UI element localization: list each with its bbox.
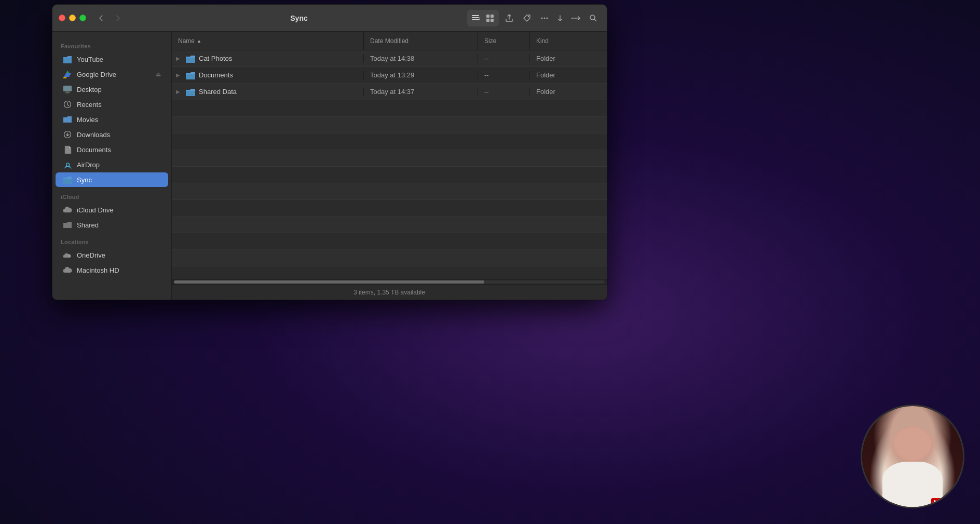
sidebar-item-onedrive[interactable]: OneDrive — [56, 248, 168, 262]
view-toggle — [467, 10, 499, 26]
folder-icon — [185, 55, 196, 63]
svg-point-8 — [541, 17, 543, 19]
tag-button[interactable] — [520, 11, 534, 25]
share-button[interactable] — [502, 11, 516, 25]
finder-window: Sync — [52, 4, 607, 300]
maximize-button[interactable] — [79, 15, 86, 21]
expand-arrow[interactable]: ▶ — [176, 89, 182, 95]
empty-row — [172, 133, 607, 150]
file-date: Today at 13:29 — [364, 71, 478, 79]
sidebar-onedrive-label: OneDrive — [77, 251, 105, 259]
movies-icon — [63, 115, 72, 124]
scrollbar-track[interactable] — [174, 280, 605, 284]
svg-point-7 — [528, 16, 529, 17]
toolbar-right — [467, 10, 601, 26]
recents-icon — [63, 100, 72, 109]
sidebar-item-downloads[interactable]: Downloads — [56, 127, 168, 142]
file-name: Documents — [199, 71, 233, 79]
file-date: Today at 14:37 — [364, 88, 478, 96]
folder-icon — [185, 88, 196, 96]
airdrop-icon — [63, 160, 72, 169]
sidebar-macintosh-hd-label: Macintosh HD — [77, 266, 119, 274]
search-button[interactable] — [586, 11, 601, 25]
file-name: Cat Photos — [199, 55, 232, 62]
sidebar-item-macintosh-hd[interactable]: Macintosh HD — [56, 263, 168, 277]
minimize-button[interactable] — [69, 15, 76, 21]
sort-arrow-button[interactable] — [555, 11, 565, 25]
icloud-drive-icon — [63, 205, 72, 214]
macintosh-hd-icon — [63, 265, 72, 275]
finder-body: Favourites YouTube — [52, 32, 607, 300]
column-header-date[interactable]: Date Modified — [364, 32, 478, 50]
sort-arrow-name: ▲ — [197, 38, 201, 44]
svg-rect-13 — [63, 86, 72, 91]
sidebar: Favourites YouTube — [52, 32, 172, 300]
youtube-badge: ▶ Subscribe — [931, 498, 961, 505]
column-header-kind[interactable]: Kind — [530, 32, 607, 50]
sidebar-item-movies[interactable]: Movies — [56, 112, 168, 127]
sidebar-item-sync[interactable]: Sync — [56, 172, 168, 187]
empty-row — [172, 117, 607, 133]
empty-row — [172, 250, 607, 266]
expand-arrow[interactable]: ▶ — [176, 72, 182, 78]
sidebar-item-recents[interactable]: Recents — [56, 97, 168, 112]
sidebar-desktop-label: Desktop — [77, 86, 102, 93]
sidebar-downloads-label: Downloads — [77, 131, 110, 139]
sidebar-google-drive-label: Google Drive — [77, 71, 116, 78]
file-date: Today at 14:38 — [364, 55, 478, 62]
file-kind: Folder — [530, 71, 607, 79]
file-kind: Folder — [530, 88, 607, 96]
table-row[interactable]: ▶ Cat Photos Today at 14:38 -- Folder — [172, 50, 607, 67]
close-button[interactable] — [59, 15, 65, 21]
expand-button[interactable] — [568, 11, 583, 25]
sidebar-item-desktop[interactable]: Desktop — [56, 82, 168, 97]
sidebar-item-airdrop[interactable]: AirDrop — [56, 157, 168, 172]
svg-point-18 — [66, 163, 69, 166]
table-row[interactable]: ▶ Documents Today at 13:29 -- Folder — [172, 67, 607, 84]
downloads-icon — [63, 130, 72, 139]
file-name: Shared Data — [199, 88, 237, 96]
file-size: -- — [478, 88, 530, 96]
expand-arrow[interactable]: ▶ — [176, 56, 182, 61]
empty-row — [172, 150, 607, 167]
forward-button[interactable] — [111, 11, 125, 25]
svg-rect-0 — [472, 15, 479, 16]
list-view-button[interactable] — [468, 11, 483, 25]
sidebar-documents-label: Documents — [77, 146, 111, 154]
sidebar-item-shared[interactable]: Shared — [56, 218, 168, 232]
onedrive-icon — [63, 250, 72, 260]
svg-rect-2 — [472, 19, 479, 20]
locations-label: Locations — [52, 233, 171, 247]
more-button[interactable] — [537, 11, 552, 25]
sidebar-icloud-drive-label: iCloud Drive — [77, 206, 114, 214]
google-drive-icon — [63, 70, 72, 79]
sidebar-item-youtube[interactable]: YouTube — [56, 52, 168, 66]
sidebar-shared-label: Shared — [77, 221, 99, 229]
eject-icon[interactable]: ⏏ — [156, 71, 161, 78]
empty-row — [172, 167, 607, 183]
traffic-lights — [59, 15, 86, 21]
svg-rect-5 — [486, 19, 489, 22]
grid-view-button[interactable] — [483, 11, 498, 25]
empty-row — [172, 100, 607, 117]
file-size: -- — [478, 55, 530, 62]
sidebar-item-icloud-drive[interactable]: iCloud Drive — [56, 203, 168, 217]
sidebar-item-google-drive[interactable]: Google Drive ⏏ — [56, 67, 168, 82]
empty-row — [172, 200, 607, 217]
back-button[interactable] — [94, 11, 108, 25]
svg-rect-3 — [486, 15, 489, 18]
sidebar-item-documents[interactable]: Documents — [56, 142, 168, 157]
svg-rect-14 — [66, 91, 69, 92]
column-header-size[interactable]: Size — [478, 32, 530, 50]
svg-rect-1 — [472, 17, 479, 18]
svg-point-10 — [547, 17, 548, 19]
file-kind: Folder — [530, 55, 607, 62]
table-row[interactable]: ▶ Shared Data Today at 14:37 -- Folder — [172, 84, 607, 100]
scrollbar-thumb[interactable] — [174, 280, 484, 284]
file-row-name: ▶ Cat Photos — [172, 55, 364, 63]
status-text: 3 items, 1.35 TB available — [353, 289, 425, 296]
shared-icon — [63, 220, 72, 230]
favourites-label: Favourites — [52, 37, 171, 51]
column-header-name[interactable]: Name ▲ — [172, 32, 364, 50]
sidebar-recents-label: Recents — [77, 101, 102, 109]
